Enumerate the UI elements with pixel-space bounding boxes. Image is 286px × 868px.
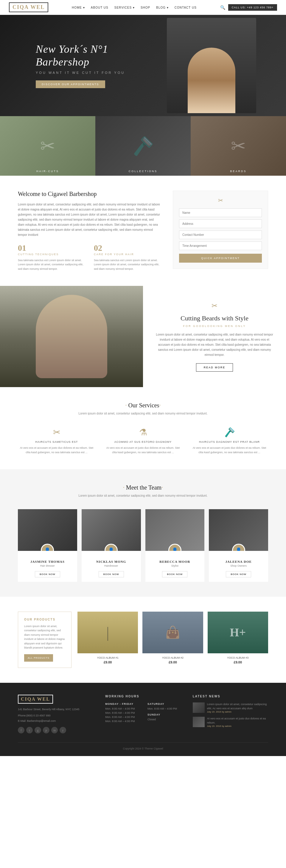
footer-copyright: Copyright 2024 © Theme Cigawel (18, 742, 268, 750)
all-products-button[interactable]: ALL PRODUCTS (24, 654, 53, 662)
working-hours-title: WORKING HOURS (105, 695, 180, 698)
team-name-1: JASMINE THOMAS (21, 560, 74, 563)
team-info-1: JASMINE THOMAS Hair dresser BOOK NOW (18, 551, 77, 582)
team-avatar-2: 👤 (105, 544, 118, 551)
instagram-icon[interactable]: in (51, 727, 58, 734)
product-name-2: YOCO ALBUM #2 (142, 656, 203, 659)
team-avatar-3: 👤 (168, 544, 181, 551)
team-info-4: JALEENA DOE Shop Owners BOOK NOW (209, 551, 268, 582)
hours-row-1: Mon. 8:00 AM – 4:00 PM (105, 707, 139, 710)
team-member-3: 👤 REBECCA MOOR Stylist BOOK NOW (145, 509, 205, 582)
products-section: OUR PRODUCTS Lorem ipsum dolor sit amet,… (0, 597, 286, 683)
google-icon[interactable]: g (34, 727, 41, 734)
team-title: Meet the Team (18, 484, 268, 491)
products-sidebar: OUR PRODUCTS Lorem ipsum dolor sit amet,… (18, 612, 72, 668)
footer-grid: CIQA WEL 141 Barbour Street, Beverly Hil… (18, 695, 268, 734)
team-role-3: Stylist (148, 564, 202, 567)
twitter-icon[interactable]: t (26, 727, 33, 734)
youtube-icon[interactable]: y (60, 727, 66, 734)
team-member-1: 👤 JASMINE THOMAS Hair dresser BOOK NOW (18, 509, 77, 582)
sunday-row: Closed (147, 718, 181, 721)
gallery-strip: ✂ HAIR-CUTS 🪒 COLLECTIONS ✂ BEARDS (0, 116, 286, 176)
product-img-2: 👜 (142, 612, 203, 653)
team-photo-3: 👤 (145, 509, 205, 551)
weekday-label: MONDAY - FRIDAY (105, 703, 139, 705)
welcome-content: Welcome to Cigawel Barbershop Lorem ipsu… (18, 191, 161, 271)
contact-field[interactable] (179, 230, 262, 239)
team-book-4[interactable]: BOOK NOW (226, 571, 251, 578)
team-book-3[interactable]: BOOK NOW (162, 571, 188, 578)
nav-links: HOME ▾ ABOUT US SERVICES ▾ SHOP BLOG ▾ C… (72, 6, 197, 9)
service-icon-1: ✂ (18, 427, 95, 437)
quick-appointment-button[interactable]: QUICK APPOINTMENT (179, 254, 262, 262)
news-thumb-2 (193, 717, 205, 727)
service-item-1: ✂ HAIRCUTS SAMETICUS EST At vero eos et … (18, 427, 95, 455)
team-member-4: 👤 JALEENA DOE Shop Owners BOOK NOW (209, 509, 268, 582)
nav-services[interactable]: SERVICES ▾ (114, 6, 135, 9)
sunday-label: SUNDAY (147, 713, 181, 716)
nav-right: 🔍 CALL US: +49 123 456 789+ (220, 4, 277, 11)
gallery-item-collections[interactable]: 🪒 COLLECTIONS (95, 116, 191, 176)
hero-image (155, 15, 268, 116)
technique-cutting: 01 CUTTING TECHNIQUES Sea takimata sanct… (18, 243, 85, 271)
team-book-1[interactable]: BOOK NOW (35, 571, 60, 578)
news-item-1: Lorem ipsum dolor sit amet, consetetur s… (193, 703, 268, 713)
product-name-3: YOCO ALBUM #3 (208, 656, 268, 659)
footer-news: LATEST NEWS Lorem ipsum dolor sit amet, … (193, 695, 268, 734)
beard-person-illustration (36, 295, 107, 378)
service-title-3: HAIRCUTS DAGNOMY EST PRAT BLANR (191, 440, 268, 443)
team-grid: 👤 JASMINE THOMAS Hair dresser BOOK NOW 👤… (18, 509, 268, 582)
news-title: LATEST NEWS (193, 695, 268, 698)
gallery-label-beards: BEARDS (191, 170, 286, 173)
services-grid: ✂ HAIRCUTS SAMETICUS EST At vero eos et … (18, 427, 268, 455)
hero-cta-button[interactable]: DISCOVER OUR APPOINTMENTS (36, 81, 105, 88)
team-info-3: REBECCA MOOR Stylist BOOK NOW (145, 551, 205, 582)
welcome-section: Welcome to Cigawel Barbershop Lorem ipsu… (0, 176, 286, 286)
service-text-3: At vero eos et accusam et justo duo dolo… (191, 446, 268, 455)
footer-hours: WORKING HOURS MONDAY - FRIDAY Mon. 8:00 … (105, 695, 180, 734)
nav-contact[interactable]: CONTACT US (175, 6, 197, 9)
product-img-3: H+ (208, 612, 268, 653)
hero-content: New York´s N°1 Barbershop YOU WANT IT WE… (0, 43, 125, 88)
gallery-item-haircuts[interactable]: ✂ HAIR-CUTS (0, 116, 95, 176)
call-us-button[interactable]: CALL US: +49 123 456 789+ (228, 4, 277, 11)
footer-address: 141 Barbour Street, Beverly Hill Albany,… (18, 707, 93, 712)
address-field[interactable] (179, 219, 262, 228)
pinterest-icon[interactable]: p (43, 727, 50, 734)
collections-icon: 🪒 (132, 135, 154, 157)
beard-image (0, 286, 143, 387)
news-thumb-1 (193, 703, 205, 713)
read-more-button[interactable]: READ MORE (196, 363, 233, 372)
navbar: CIQA WEL HOME ▾ ABOUT US SERVICES ▾ SHOP… (0, 0, 286, 15)
beard-text: ✂ Cutting Beards with Style FOR GOODLOOK… (143, 286, 286, 387)
news-date-1: July 19. 2016 by admin (207, 711, 268, 713)
working-hours-section: MONDAY - FRIDAY Mon. 8:00 AM – 4:00 PM M… (105, 703, 180, 724)
technique-text-1: Sea takimata sanctus est Lorem ipsum dol… (18, 258, 85, 271)
social-icons: f t g p in y (18, 727, 93, 734)
nav-shop[interactable]: SHOP (141, 6, 150, 9)
gallery-item-beards[interactable]: ✂ BEARDS (191, 116, 286, 176)
footer-phone1: Phone:(800) 0 23 4567 890 (18, 713, 93, 718)
nav-home[interactable]: HOME ▾ (72, 6, 85, 9)
facebook-icon[interactable]: f (18, 727, 24, 734)
services-sub: Lorem ipsum dolor sit amet, consetetur s… (18, 412, 268, 415)
hours-row-4: Mon. 8:00 AM – 4:00 PM (105, 720, 139, 723)
time-field[interactable] (179, 242, 262, 250)
weekday-hours: MONDAY - FRIDAY Mon. 8:00 AM – 4:00 PM M… (105, 703, 139, 724)
footer-logo: CIQA WEL (18, 695, 53, 704)
team-book-2[interactable]: BOOK NOW (98, 571, 124, 578)
technique-title-1: CUTTING TECHNIQUES (18, 253, 85, 256)
gallery-label-collections: COLLECTIONS (95, 170, 191, 173)
saturday-row: Mon. 8:00 AM – 4:00 PM (147, 707, 181, 710)
footer-about: CIQA WEL 141 Barbour Street, Beverly Hil… (18, 695, 93, 734)
name-field[interactable] (179, 209, 262, 217)
nav-about[interactable]: ABOUT US (91, 6, 109, 9)
technique-care: 02 CARE FOR YOUR HAIR Sea takimata sanct… (94, 243, 161, 271)
haircuts-icon: ✂ (40, 135, 55, 157)
search-button[interactable]: 🔍 (220, 5, 225, 10)
team-name-2: NICKLAS MONG (85, 560, 138, 563)
service-text-1: At vero eos et accusam et justo duo dolo… (18, 446, 95, 455)
team-avatar-1: 👤 (41, 544, 54, 551)
nav-blog[interactable]: BLOG ▾ (156, 6, 169, 9)
logo[interactable]: CIQA WEL (9, 2, 48, 12)
